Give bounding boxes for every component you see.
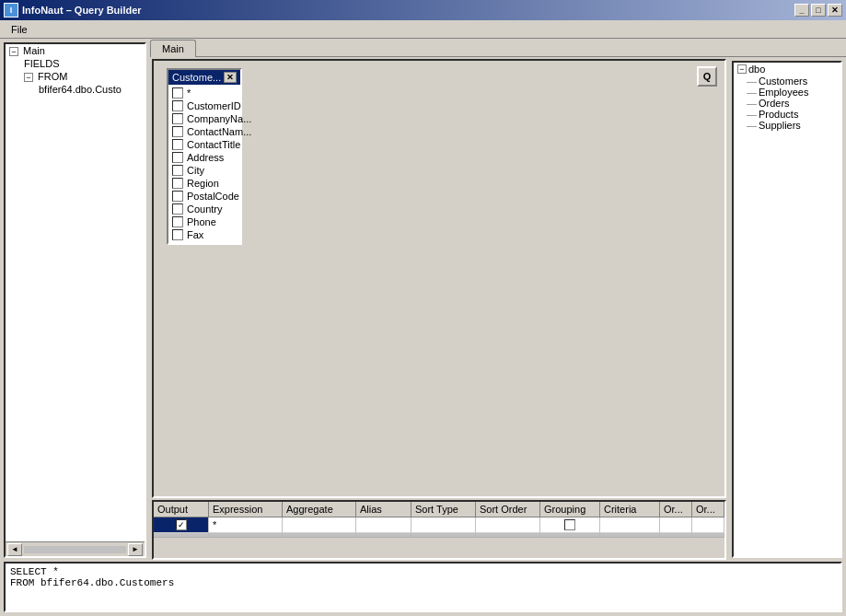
grid-col-output: Output [154, 502, 209, 517]
empty-cell-criteria [600, 533, 660, 537]
db-item-customers[interactable]: Customers [734, 76, 840, 87]
field-contacttitle[interactable]: ContactTitle [168, 138, 240, 151]
tab-strip: Main [150, 39, 846, 57]
close-button[interactable]: ✕ [828, 4, 842, 17]
empty-cell-sortorder [476, 533, 540, 537]
field-customerid[interactable]: CustomerID [168, 99, 240, 112]
grid-cell-or3[interactable] [724, 517, 726, 532]
title-bar: I InfoNaut – Query Builder _ □ ✕ [0, 0, 846, 20]
table-widget-body: * CustomerID CompanyNa... [168, 85, 240, 243]
grouping-checkbox[interactable] [564, 519, 575, 530]
right-db-panel: − dbo Customers Employees Orders Product… [732, 61, 842, 558]
field-country[interactable]: Country [168, 203, 240, 215]
empty-cell-alias [356, 533, 411, 537]
field-checkbox-postalcode[interactable] [172, 191, 183, 202]
db-item-employees[interactable]: Employees [734, 87, 840, 98]
grid-col-alias: Alias [356, 502, 411, 517]
grid-cell-aggregate[interactable] [283, 517, 356, 532]
table-row: ✓ * [154, 517, 724, 533]
hscroll-left-btn[interactable]: ◄ [7, 543, 22, 556]
empty-cell-or3 [724, 533, 726, 537]
grid-col-criteria: Criteria [600, 502, 660, 517]
empty-cell-or1 [660, 533, 692, 537]
table-row-empty [154, 533, 724, 538]
menu-file[interactable]: File [4, 22, 35, 37]
field-companyname[interactable]: CompanyNa... [168, 112, 240, 125]
db-expand-icon[interactable]: − [737, 64, 747, 74]
app-icon: I [4, 3, 18, 17]
grid-cell-output[interactable]: ✓ [154, 517, 209, 532]
tree-node-main[interactable]: − Main [6, 44, 145, 57]
grid-col-sortorder: Sort Order [476, 502, 540, 517]
tree-node-from[interactable]: − FROM [6, 70, 145, 83]
grid-cell-expression[interactable]: * [209, 517, 283, 532]
empty-cell-output [154, 533, 209, 537]
hscroll-right-btn[interactable]: ► [128, 543, 143, 556]
output-checkbox[interactable]: ✓ [176, 519, 187, 530]
grid-col-aggregate: Aggregate [283, 502, 356, 517]
grid-cell-sortorder[interactable] [476, 517, 540, 532]
grid-header: Output Expression Aggregate Alias Sort T… [154, 502, 724, 517]
q-button[interactable]: Q [697, 66, 717, 87]
grid-col-expression: Expression [209, 502, 283, 517]
tree-node-table[interactable]: bfifer64.dbo.Custo [6, 83, 145, 96]
field-checkbox-customerid[interactable] [172, 100, 183, 111]
field-address[interactable]: Address [168, 151, 240, 164]
tree-expand-main[interactable]: − [9, 47, 18, 56]
field-checkbox-address[interactable] [172, 152, 183, 163]
field-checkbox-asterisk[interactable] [172, 87, 183, 99]
hscroll-track[interactable] [24, 546, 126, 553]
field-checkbox-contacttitle[interactable] [172, 139, 183, 150]
db-item-products[interactable]: Products [734, 109, 840, 120]
field-checkbox-phone[interactable] [172, 216, 183, 227]
grid-cell-or2[interactable] [692, 517, 724, 532]
field-checkbox-city[interactable] [172, 165, 183, 176]
empty-cell-sorttype [411, 533, 476, 537]
grid-col-or2: Or... [692, 502, 724, 517]
menu-bar: File [0, 20, 846, 39]
field-asterisk[interactable]: * [168, 87, 240, 99]
empty-cell-aggregate [283, 533, 356, 537]
field-city[interactable]: City [168, 164, 240, 177]
field-fax[interactable]: Fax [168, 228, 240, 241]
tree-node-fields[interactable]: FIELDS [6, 57, 145, 70]
minimize-button[interactable]: _ [794, 4, 809, 17]
grid-cell-alias[interactable] [356, 517, 411, 532]
db-tree-root-expand[interactable]: − dbo [734, 63, 840, 76]
grid-col-sorttype: Sort Type [411, 502, 476, 517]
field-checkbox-companyname[interactable] [172, 113, 183, 124]
tree-expand-from[interactable]: − [24, 73, 33, 82]
empty-cell-expression [209, 533, 283, 537]
field-checkbox-country[interactable] [172, 203, 183, 215]
left-hscrollbar: ◄ ► [6, 541, 145, 556]
grid-cell-sorttype[interactable] [411, 517, 476, 532]
grid-area: Output Expression Aggregate Alias Sort T… [152, 500, 726, 560]
grid-col-or1: Or... [660, 502, 692, 517]
field-checkbox-region[interactable] [172, 178, 183, 189]
grid-cell-grouping[interactable] [540, 517, 600, 532]
left-tree-content: − Main FIELDS − FROM bfifer64.dbo.Custo [6, 44, 145, 541]
field-checkbox-contactname[interactable] [172, 126, 183, 137]
empty-cell-or2 [692, 533, 724, 537]
table-widget-title[interactable]: Custome... ✕ [168, 70, 240, 85]
grid-col-grouping: Grouping [540, 502, 600, 517]
sql-output-area: SELECT * FROM bfifer64.dbo.Customers [4, 562, 842, 612]
field-contactname[interactable]: ContactNam... [168, 125, 240, 138]
empty-cell-grouping [540, 533, 600, 537]
left-tree-panel: − Main FIELDS − FROM bfifer64.dbo.Custo … [4, 42, 146, 558]
window-controls: _ □ ✕ [794, 4, 842, 17]
table-widget-close-button[interactable]: ✕ [224, 72, 237, 83]
db-item-suppliers[interactable]: Suppliers [734, 120, 840, 131]
field-checkbox-fax[interactable] [172, 229, 183, 240]
maximize-button[interactable]: □ [811, 4, 826, 17]
customers-table-widget: Custome... ✕ * CustomerID [167, 68, 242, 245]
grid-cell-or1[interactable] [660, 517, 692, 532]
grid-cell-criteria[interactable] [600, 517, 660, 532]
db-item-orders[interactable]: Orders [734, 98, 840, 109]
title-text: InfoNaut – Query Builder [22, 5, 794, 16]
field-phone[interactable]: Phone [168, 215, 240, 228]
field-region[interactable]: Region [168, 177, 240, 190]
tab-main[interactable]: Main [150, 40, 196, 57]
grid-col-or3: Or... [724, 502, 726, 517]
field-postalcode[interactable]: PostalCode [168, 190, 240, 203]
